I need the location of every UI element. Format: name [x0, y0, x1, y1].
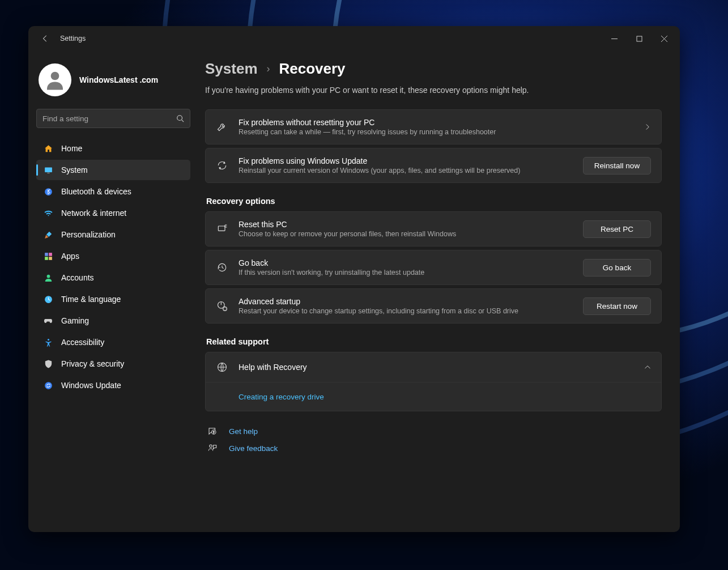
nav-item-accessibility[interactable]: Accessibility [36, 332, 190, 352]
nav-item-home[interactable]: Home [36, 138, 190, 159]
search-box[interactable] [36, 109, 190, 128]
system-icon [43, 165, 53, 175]
breadcrumb: System › Recovery [205, 60, 662, 78]
svg-rect-1 [637, 36, 642, 41]
svg-rect-7 [45, 167, 52, 172]
nav-label: Bluetooth & devices [61, 187, 131, 196]
nav-label: System [61, 165, 88, 175]
card-fix-without-reset[interactable]: Fix problems without resetting your PC R… [205, 109, 662, 144]
nav-label: Accessibility [61, 338, 104, 347]
svg-rect-12 [45, 257, 48, 260]
card-title: Fix problems without resetting your PC [239, 118, 634, 127]
nav-label: Apps [61, 252, 79, 261]
card-subtitle: Resetting can take a while — first, try … [239, 128, 634, 136]
card-subtitle: Restart your device to change startup se… [239, 307, 573, 315]
power-gear-icon [216, 300, 228, 312]
minimize-button[interactable] [602, 30, 627, 47]
close-button[interactable] [652, 30, 676, 47]
give-feedback-link[interactable]: Give feedback [229, 444, 278, 453]
home-icon [43, 143, 53, 154]
svg-rect-10 [45, 253, 48, 256]
card-go-back: Go back If this version isn't working, t… [205, 250, 662, 285]
svg-text:?: ? [213, 431, 215, 434]
get-help-link[interactable]: Get help [229, 427, 258, 436]
nav-label: Privacy & security [61, 359, 124, 368]
profile-section[interactable]: WindowsLatest .com [36, 58, 190, 107]
chevron-right-icon [644, 124, 651, 130]
privacy-icon [43, 359, 53, 369]
profile-name: WindowsLatest .com [79, 75, 158, 84]
go-back-button[interactable]: Go back [583, 259, 651, 277]
card-title: Reset this PC [239, 220, 573, 229]
svg-rect-18 [218, 226, 225, 231]
update-icon [43, 380, 53, 390]
card-title: Help with Recovery [239, 363, 634, 372]
titlebar: Settings [28, 26, 680, 51]
nav-label: Gaming [61, 316, 89, 325]
section-recovery-options: Recovery options [206, 197, 662, 206]
personalization-icon [43, 229, 53, 240]
globe-help-icon [216, 361, 228, 373]
svg-point-4 [51, 72, 59, 80]
nav-item-accounts[interactable]: Accounts [36, 267, 190, 288]
card-title: Go back [239, 258, 573, 267]
section-related-support: Related support [206, 337, 662, 346]
nav-item-update[interactable]: Windows Update [36, 375, 190, 395]
help-icon: ? [206, 426, 219, 436]
time-icon [43, 294, 53, 304]
svg-rect-13 [49, 257, 52, 260]
search-input[interactable] [42, 114, 176, 123]
nav-item-network[interactable]: Network & internet [36, 203, 190, 223]
card-subtitle: Reinstall your current version of Window… [239, 167, 573, 175]
nav-label: Accounts [61, 273, 94, 282]
footer-links: ? Get help Give feedback [205, 426, 662, 453]
nav-item-apps[interactable]: Apps [36, 246, 190, 266]
sidebar: WindowsLatest .com Home System [28, 51, 198, 532]
apps-icon [43, 251, 53, 261]
restart-now-button[interactable]: Restart now [583, 297, 651, 315]
nav-item-personalization[interactable]: Personalization [36, 224, 190, 245]
give-feedback-row[interactable]: Give feedback [206, 443, 662, 453]
svg-rect-11 [49, 253, 52, 256]
svg-point-17 [45, 382, 52, 389]
svg-point-5 [177, 116, 182, 121]
back-button[interactable] [36, 35, 54, 42]
nav-list: Home System Bluetooth & devices Network … [36, 138, 190, 395]
nav-label: Personalization [61, 230, 116, 239]
nav-item-bluetooth[interactable]: Bluetooth & devices [36, 181, 190, 202]
maximize-button[interactable] [627, 30, 652, 47]
svg-point-9 [45, 188, 52, 195]
svg-line-6 [182, 120, 184, 122]
help-recovery-header[interactable]: Help with Recovery [206, 352, 661, 382]
nav-label: Home [61, 144, 82, 153]
page-description: If you're having problems with your PC o… [205, 86, 662, 95]
svg-point-24 [210, 445, 212, 448]
link-recovery-drive[interactable]: Creating a recovery drive [239, 393, 324, 401]
wrench-icon [216, 121, 228, 133]
get-help-row[interactable]: ? Get help [206, 426, 662, 436]
reset-pc-button[interactable]: Reset PC [583, 220, 651, 238]
nav-item-gaming[interactable]: Gaming [36, 310, 190, 331]
svg-rect-8 [47, 172, 49, 173]
chevron-right-icon: › [267, 63, 270, 75]
nav-item-time-language[interactable]: Time & language [36, 289, 190, 309]
chevron-up-icon [644, 364, 651, 371]
bluetooth-icon [43, 186, 53, 197]
feedback-icon [206, 443, 219, 453]
settings-window: Settings WindowsLatest .com [28, 26, 680, 532]
nav-item-privacy[interactable]: Privacy & security [36, 354, 190, 374]
breadcrumb-parent[interactable]: System [205, 60, 258, 78]
svg-point-16 [47, 338, 49, 340]
nav-label: Time & language [61, 295, 121, 304]
card-subtitle: Choose to keep or remove your personal f… [239, 230, 573, 238]
nav-item-system[interactable]: System [36, 160, 190, 180]
avatar [39, 63, 71, 96]
card-title: Fix problems using Windows Update [239, 156, 573, 165]
search-icon [176, 114, 184, 122]
accessibility-icon [43, 337, 53, 347]
reinstall-now-button[interactable]: Reinstall now [583, 157, 651, 175]
page-title: Recovery [279, 60, 346, 78]
main-content: System › Recovery If you're having probl… [198, 51, 680, 532]
gaming-icon [43, 316, 53, 326]
network-icon [43, 208, 53, 218]
